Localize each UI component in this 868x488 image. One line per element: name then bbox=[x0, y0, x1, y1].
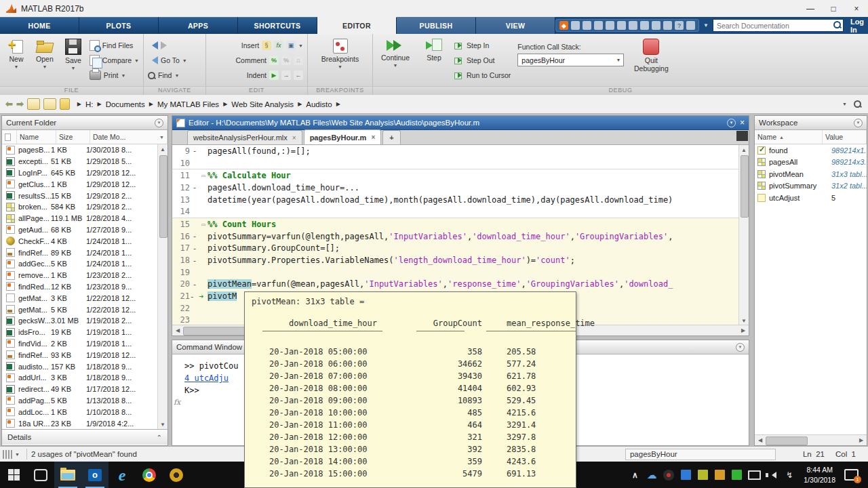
cut-icon[interactable] bbox=[606, 21, 614, 30]
file-row[interactable]: broken...584 KB1/29/2018 2... bbox=[2, 201, 167, 213]
status-grip-dropdown-icon[interactable]: ▼ bbox=[15, 452, 20, 457]
usb-icon[interactable]: ↯ bbox=[784, 468, 795, 482]
breadcrumb-segment[interactable]: My MATLAB Files bbox=[157, 100, 219, 108]
quit-debugging-button[interactable]: QuitDebugging bbox=[631, 36, 671, 87]
file-row[interactable]: getMat...5 KB1/22/2018 12... bbox=[2, 304, 167, 315]
workspace-variable-row[interactable]: pagesAll989214x3... bbox=[755, 157, 867, 169]
file-row[interactable]: gecksW...3.01 MB1/19/2018 2... bbox=[2, 315, 167, 327]
details-collapse-icon[interactable]: ⌃ bbox=[157, 434, 162, 441]
task-view-icon[interactable] bbox=[27, 462, 54, 488]
insert-image-icon[interactable]: ▣ bbox=[286, 41, 296, 50]
redo-icon[interactable] bbox=[652, 21, 660, 30]
code-line[interactable]: 10 bbox=[172, 157, 749, 169]
workspace-column-name[interactable]: Name▲ bbox=[755, 130, 823, 144]
editor-vertical-scrollbar[interactable]: ▲ ▼ bbox=[738, 145, 749, 325]
breadcrumb-segment[interactable]: Documents bbox=[106, 100, 145, 108]
file-row[interactable]: addGec...5 KB1/24/2018 1... bbox=[2, 258, 167, 270]
browse-folder-icon[interactable] bbox=[43, 98, 56, 110]
run-to-cursor-button[interactable]: Run to Cursor bbox=[454, 70, 511, 81]
indent-right-icon[interactable]: → bbox=[281, 70, 291, 80]
add-user-icon[interactable] bbox=[583, 21, 591, 30]
column-size[interactable]: Size bbox=[56, 130, 90, 144]
disc-burner-icon[interactable] bbox=[163, 462, 190, 488]
comment-icon[interactable]: % bbox=[269, 56, 279, 65]
login-button[interactable]: Log In bbox=[848, 18, 867, 34]
print-button[interactable]: Print ▼ bbox=[90, 70, 139, 81]
forward-icon[interactable] bbox=[161, 41, 171, 49]
column-name[interactable]: Name bbox=[17, 130, 56, 144]
breadcrumb-segment[interactable]: Web Site Analysis bbox=[231, 100, 294, 108]
file-row[interactable]: findRed...12 KB1/23/2018 9... bbox=[2, 281, 167, 293]
status-grip-icon[interactable] bbox=[3, 450, 12, 459]
ribbon-tab-apps[interactable]: APPS bbox=[159, 17, 238, 34]
tray-expand-icon[interactable]: ∧ bbox=[629, 468, 640, 482]
open-dropdown-icon[interactable]: ▼ bbox=[42, 64, 47, 69]
app-lime-icon[interactable] bbox=[697, 468, 708, 482]
ribbon-tab-view[interactable]: VIEW bbox=[476, 17, 555, 34]
file-row[interactable]: getClus...1 KB1/29/2018 12... bbox=[2, 178, 167, 190]
compare-button[interactable]: Compare ▼ bbox=[90, 55, 139, 66]
file-row[interactable]: remove...1 KB1/23/2018 2... bbox=[2, 270, 167, 281]
file-row[interactable]: idsFro...19 KB1/19/2018 1... bbox=[2, 327, 167, 338]
file-row[interactable]: findRef...93 KB1/19/2018 12... bbox=[2, 349, 167, 361]
minimize-button[interactable]: — bbox=[799, 1, 822, 17]
save-button[interactable]: Save ▼ bbox=[61, 36, 85, 87]
tab-close-icon[interactable]: × bbox=[371, 134, 375, 141]
code-line[interactable]: 11▭%% Calculate Hour bbox=[172, 169, 749, 182]
function-call-stack-dropdown[interactable]: pagesByHour ▼ bbox=[517, 54, 624, 66]
column-date-modified[interactable]: Date Mo...▼ bbox=[90, 130, 167, 144]
volume-icon[interactable] bbox=[767, 468, 778, 482]
action-center-icon[interactable]: 1 bbox=[844, 469, 859, 481]
app-blue-icon[interactable] bbox=[680, 468, 691, 482]
outlook-icon[interactable]: o bbox=[81, 462, 108, 488]
editor-tab[interactable]: pagesByHour.m× bbox=[304, 129, 382, 144]
code-line[interactable]: 18-pivotSummary.Properties.VariableNames… bbox=[172, 254, 749, 266]
file-row[interactable]: resultsS...15 KB1/29/2018 2... bbox=[2, 190, 167, 201]
code-line[interactable]: 13datetime(year(pagesAll.download_time),… bbox=[172, 194, 749, 206]
command-window-menu-icon[interactable]: ▼ bbox=[736, 343, 745, 352]
search-documentation-input[interactable] bbox=[713, 19, 844, 32]
go-to-button[interactable]: Go To▼ bbox=[148, 55, 187, 66]
ribbon-tab-editor[interactable]: EDITOR bbox=[317, 17, 397, 34]
code-line[interactable]: 9-pagesAll(found,:)=[]; bbox=[172, 145, 749, 157]
quick-access-dropdown-icon[interactable]: ▼ bbox=[703, 22, 709, 28]
file-list-scrollbar[interactable]: ▲ ▼ bbox=[157, 144, 167, 429]
new-dropdown-icon[interactable]: ▼ bbox=[14, 64, 19, 69]
indent-left-icon[interactable]: ← bbox=[294, 70, 303, 80]
file-row[interactable]: addUrl...3 KB1/18/2018 9... bbox=[2, 372, 167, 384]
file-row[interactable]: allPage...119.1 MB1/28/2018 4... bbox=[2, 213, 167, 224]
step-out-button[interactable]: Step Out bbox=[454, 55, 511, 66]
breakpoints-button[interactable]: Breakpoints ▼ bbox=[315, 36, 366, 87]
step-in-button[interactable]: Step In bbox=[454, 40, 511, 51]
insert-section-icon[interactable]: § bbox=[262, 41, 271, 50]
close-button[interactable]: × bbox=[845, 1, 868, 17]
file-explorer-icon[interactable] bbox=[54, 462, 81, 488]
code-line[interactable]: 15▭%% Count Hours bbox=[172, 218, 749, 230]
switch-windows-icon[interactable] bbox=[663, 21, 672, 30]
workspace-variable-row[interactable]: utcAdjust5 bbox=[755, 192, 867, 204]
save-icon[interactable] bbox=[594, 21, 603, 30]
ribbon-tab-publish[interactable]: PUBLISH bbox=[397, 17, 476, 34]
file-row[interactable]: audisto...157 KB1/18/2018 9... bbox=[2, 361, 167, 372]
new-button[interactable]: New ▼ bbox=[4, 36, 28, 87]
code-line[interactable]: 19 bbox=[172, 266, 749, 279]
internet-explorer-icon[interactable]: e bbox=[108, 462, 136, 488]
step-button[interactable]: Step bbox=[420, 36, 448, 87]
column-icon[interactable] bbox=[2, 130, 17, 144]
file-row[interactable]: addLoc...1 KB1/10/2018 8... bbox=[2, 406, 167, 418]
community-icon[interactable]: ◆ bbox=[559, 21, 568, 30]
breadcrumb-segment[interactable]: Audisto bbox=[306, 100, 332, 108]
find-files-button[interactable]: Find Files bbox=[90, 40, 139, 51]
undo-icon[interactable] bbox=[640, 21, 649, 30]
app-green-icon[interactable] bbox=[731, 468, 742, 482]
insert-dropdown-icon[interactable]: ▼ bbox=[298, 43, 303, 48]
find-button[interactable]: Find▼ bbox=[148, 70, 187, 81]
tab-close-icon[interactable]: × bbox=[292, 134, 296, 142]
chrome-icon[interactable] bbox=[136, 462, 163, 488]
history-back-icon[interactable]: ⬅ bbox=[5, 99, 13, 109]
file-row[interactable]: findRef...89 KB1/24/2018 1... bbox=[2, 247, 167, 258]
workspace-column-value[interactable]: Value bbox=[823, 130, 867, 144]
help-icon[interactable]: ? bbox=[675, 21, 684, 30]
file-row[interactable]: redirect...49 KB1/17/2018 12... bbox=[2, 384, 167, 395]
ribbon-tab-shortcuts[interactable]: SHORTCUTS bbox=[238, 17, 317, 34]
